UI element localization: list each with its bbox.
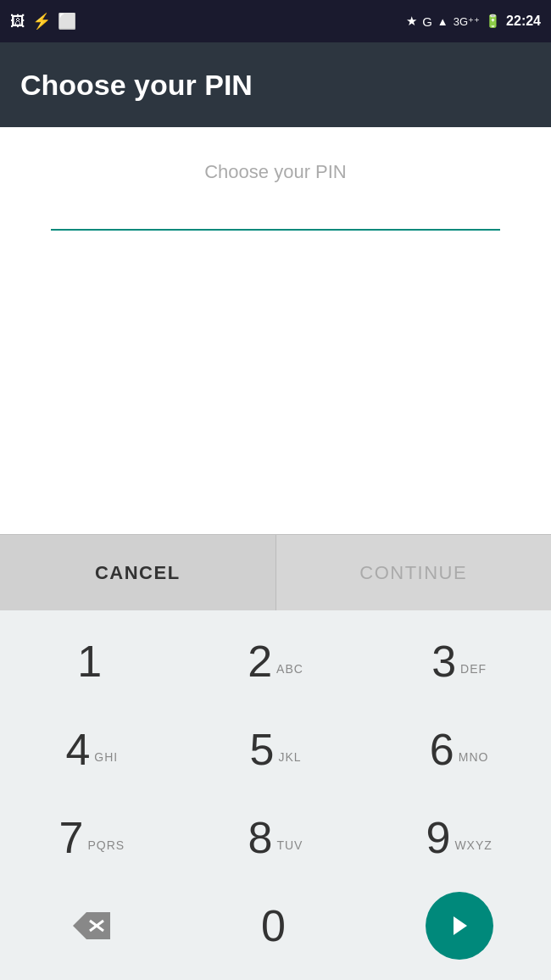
dialpad-key-9[interactable]: 9 WXYZ bbox=[383, 795, 536, 880]
carrier-label: G bbox=[422, 14, 432, 29]
next-button-cell bbox=[383, 883, 536, 968]
action-buttons-bar: CANCEL CONTINUE bbox=[0, 534, 551, 610]
battery-icon: 🔋 bbox=[485, 14, 501, 29]
dialpad-key-6[interactable]: 6 MNO bbox=[383, 707, 536, 792]
dialpad-key-1[interactable]: 1 bbox=[15, 619, 168, 704]
pin-prompt-label: Choose your PIN bbox=[204, 161, 347, 183]
dialpad-key-3[interactable]: 3 DEF bbox=[383, 619, 536, 704]
page-wrapper: 🖼 ⚡ ⬜ ★ G ▲ 3G⁺⁺ 🔋 22:24 Choose your PIN… bbox=[0, 0, 551, 980]
dialpad-key-5[interactable]: 5 JKL bbox=[199, 707, 352, 792]
continue-button[interactable]: CONTINUE bbox=[276, 535, 552, 611]
dialpad: 1 2 ABC 3 DEF 4 GHI 5 JKL 6 bbox=[0, 610, 551, 980]
dialpad-row-3: 7 PQRS 8 TUV 9 WXYZ bbox=[0, 795, 551, 880]
pin-input-field[interactable] bbox=[51, 200, 500, 231]
next-button[interactable] bbox=[426, 892, 493, 960]
backspace-icon bbox=[73, 912, 110, 939]
status-bar-left: 🖼 ⚡ ⬜ bbox=[10, 12, 76, 31]
dialpad-key-7[interactable]: 7 PQRS bbox=[15, 795, 168, 880]
app-bar: Choose your PIN bbox=[0, 42, 551, 127]
screen-icon: ⬜ bbox=[58, 12, 76, 31]
dialpad-row-4: 0 bbox=[0, 883, 551, 968]
network-label: 3G⁺⁺ bbox=[454, 15, 480, 28]
next-arrow-icon bbox=[447, 913, 472, 938]
flash-icon: ⚡ bbox=[32, 12, 51, 31]
backspace-button[interactable] bbox=[15, 883, 168, 968]
cancel-button[interactable]: CANCEL bbox=[0, 535, 276, 611]
dialpad-key-2[interactable]: 2 ABC bbox=[199, 619, 352, 704]
status-bar: 🖼 ⚡ ⬜ ★ G ▲ 3G⁺⁺ 🔋 22:24 bbox=[0, 0, 551, 42]
dialpad-key-4[interactable]: 4 GHI bbox=[15, 707, 168, 792]
image-icon: 🖼 bbox=[10, 13, 25, 31]
time-display: 22:24 bbox=[506, 14, 541, 29]
dialpad-key-0[interactable]: 0 bbox=[199, 883, 352, 968]
dialpad-row-2: 4 GHI 5 JKL 6 MNO bbox=[0, 707, 551, 792]
dialpad-key-8[interactable]: 8 TUV bbox=[199, 795, 352, 880]
star-icon: ★ bbox=[406, 14, 417, 29]
page-title: Choose your PIN bbox=[20, 69, 253, 102]
status-bar-right: ★ G ▲ 3G⁺⁺ 🔋 22:24 bbox=[406, 14, 541, 29]
dialpad-row-1: 1 2 ABC 3 DEF bbox=[0, 619, 551, 704]
signal-icon: ▲ bbox=[437, 15, 448, 28]
content-area: Choose your PIN bbox=[0, 127, 551, 534]
svg-marker-2 bbox=[454, 916, 467, 935]
